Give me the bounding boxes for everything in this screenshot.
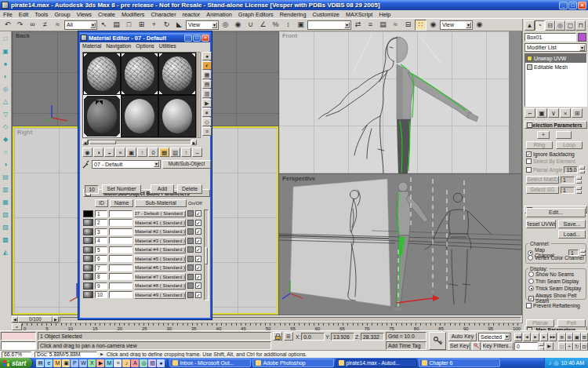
material-editor-menu-item[interactable]: Navigation — [103, 43, 133, 49]
load-uvws-button[interactable]: Load... — [558, 230, 586, 239]
sub-material-button[interactable]: Material #6 ( Standard ) — [134, 264, 186, 272]
sub-material-color-swatch[interactable] — [187, 220, 194, 226]
key-mode-toggle-icon[interactable]: ▶ — [545, 342, 554, 351]
sample-vertical-scrollbar[interactable] — [198, 52, 201, 138]
previous-frame-icon[interactable]: ◀ — [523, 333, 531, 341]
modifier-bulb-icon[interactable] — [527, 64, 532, 70]
grow-selection-button[interactable]: + — [537, 131, 550, 139]
material-id-field[interactable]: 6 — [95, 255, 107, 262]
max-icon[interactable]: M — [105, 359, 113, 367]
sample-uv-tiling-icon[interactable]: ▤ — [202, 80, 212, 89]
sub-material-onoff-checkbox[interactable]: ✓ — [195, 256, 201, 262]
maximize-button[interactable]: □ — [568, 2, 577, 9]
sub-material-button[interactable]: Material #7 ( Standard ) — [134, 273, 186, 281]
vertex-color-radio[interactable] — [528, 255, 533, 261]
show-end-result-icon[interactable]: ▥ — [170, 148, 180, 157]
material-id-field[interactable]: 4 — [95, 237, 107, 244]
maximize-button[interactable]: □ — [193, 35, 201, 42]
align-icon[interactable]: ≡ — [365, 20, 376, 31]
unlink-selection-icon[interactable]: ≠ — [39, 20, 51, 31]
listener-field[interactable] — [1, 341, 36, 350]
loop-button[interactable]: Loop — [556, 141, 583, 149]
select-and-move-icon[interactable]: + — [148, 20, 160, 31]
sub-material-onoff-checkbox[interactable]: ✓ — [195, 220, 201, 226]
z-coordinate-field[interactable]: 28.332 — [361, 333, 384, 341]
title-bar[interactable]: pirate14.max - Autodesk 3ds Max 8 - pre … — [0, 0, 588, 10]
make-unique-icon[interactable]: ∨ — [548, 108, 559, 118]
put-to-library-icon[interactable]: ↑ — [137, 148, 147, 157]
named-selection-dropdown[interactable]: ▾ — [307, 20, 351, 30]
taskbar-task-button[interactable]: Inbox - Microsoft Out... — [169, 359, 251, 367]
sample-slot-2[interactable] — [121, 53, 158, 95]
reactor-plane-icon[interactable]: △ — [1, 97, 10, 105]
object-color-swatch[interactable] — [578, 33, 586, 42]
material-name-field[interactable] — [109, 291, 132, 298]
zoom-icon[interactable]: ⊕ — [558, 333, 566, 341]
viewport-front[interactable]: Front — [279, 31, 521, 173]
select-by-material-icon[interactable]: ◇ — [202, 118, 212, 126]
material-editor-title-bar[interactable]: Material Editor - 07 - Default _ □ × — [80, 33, 210, 42]
add-time-tag[interactable]: Add Time Tag — [386, 341, 426, 350]
snap-toggle-3d-icon[interactable]: ∪ — [245, 20, 256, 31]
assign-material-to-selection-icon[interactable]: ◒ — [104, 148, 114, 157]
create-tab[interactable]: ▲ — [524, 20, 535, 31]
mini-curve-editor-icon[interactable]: ≈ — [12, 323, 22, 330]
notepad-icon[interactable]: ≡ — [114, 359, 122, 367]
material-name-field[interactable] — [109, 237, 132, 244]
absolute-offset-toggle-icon[interactable]: ⊞ — [284, 332, 293, 341]
menu-item[interactable]: Group — [51, 10, 73, 18]
reactor-motor-icon[interactable]: ▦ — [1, 198, 10, 206]
sub-material-thumbnail[interactable] — [83, 210, 93, 217]
select-matid-button[interactable]: Select MatID — [526, 176, 559, 184]
select-sg-button[interactable]: Select SG — [526, 186, 559, 194]
clock[interactable]: 10:40 AM — [561, 360, 584, 366]
reactor-deforming-mesh-icon[interactable]: ◎ — [1, 85, 10, 93]
thick-seam-radio[interactable] — [528, 286, 534, 291]
reactor-wind-icon[interactable]: ▥ — [1, 185, 10, 193]
modifier-stack-item[interactable]: Editable Mesh — [525, 63, 586, 71]
backlight-icon[interactable]: ◐ — [202, 61, 212, 70]
sort-by-submaterial-button[interactable]: Sub-Material — [135, 199, 187, 207]
material-name-field[interactable] — [109, 264, 132, 271]
window-crossing-icon[interactable]: ⊞ — [136, 20, 147, 31]
pick-material-eyedropper-icon[interactable] — [82, 160, 90, 169]
reactor-toy-car-icon[interactable]: ▩ — [1, 235, 10, 243]
planar-angle-field[interactable]: 15.0 — [564, 166, 578, 173]
menu-item[interactable]: File — [0, 10, 16, 18]
utilities-tab[interactable]: ⊓ — [575, 20, 586, 31]
material-id-field[interactable]: 10 — [95, 291, 107, 298]
sample-type-icon[interactable]: ● — [202, 52, 212, 60]
reactor-water-icon[interactable]: ▨ — [1, 223, 10, 231]
planar-button[interactable]: Planar — [526, 319, 554, 327]
show-no-seams-radio[interactable] — [528, 271, 534, 277]
edit-uvw-button[interactable]: Edit... — [526, 208, 586, 217]
remove-modifier-icon[interactable]: × — [560, 108, 571, 118]
ring-button[interactable]: Ring — [526, 141, 553, 149]
select-by-element-checkbox[interactable] — [526, 158, 532, 164]
menu-item[interactable]: Animation — [203, 10, 234, 18]
curve-editor-icon[interactable]: ≈ — [390, 20, 401, 31]
excel-icon[interactable]: X — [88, 359, 96, 367]
sub-material-color-swatch[interactable] — [187, 292, 194, 298]
hierarchy-tab[interactable]: ⊟ — [545, 20, 555, 31]
next-frame-icon[interactable]: ▶ — [540, 333, 548, 341]
go-to-end-icon[interactable]: ▶▶ — [549, 333, 557, 341]
select-and-manipulate-icon[interactable]: ◉ — [232, 20, 244, 31]
sub-material-thumbnail[interactable] — [83, 219, 93, 226]
sub-material-color-swatch[interactable] — [187, 210, 194, 217]
viewport-perspective[interactable]: Perspective — [279, 174, 521, 315]
photoshop-icon[interactable]: P — [71, 359, 78, 367]
select-and-link-icon[interactable]: ∞ — [27, 20, 38, 31]
display-tab[interactable]: ▢ — [565, 20, 575, 31]
material-name-dropdown[interactable]: 07 - Default▾ — [92, 160, 161, 169]
put-material-to-scene-icon[interactable]: ◑ — [93, 148, 103, 157]
sg-spinner[interactable] — [576, 186, 582, 194]
sample-horizontal-scrollbar[interactable]: ◀ ▶ — [82, 140, 197, 145]
render-scene-icon[interactable]: ◉ — [427, 20, 439, 31]
menu-item[interactable]: Edit — [16, 10, 32, 18]
sample-slot-4[interactable] — [83, 95, 121, 137]
sample-slot-6[interactable] — [158, 95, 196, 137]
material-name-field[interactable] — [109, 228, 132, 235]
material-id-field[interactable]: 7 — [95, 264, 107, 271]
sub-material-button[interactable]: Material #1 ( Standard ) — [134, 219, 186, 227]
